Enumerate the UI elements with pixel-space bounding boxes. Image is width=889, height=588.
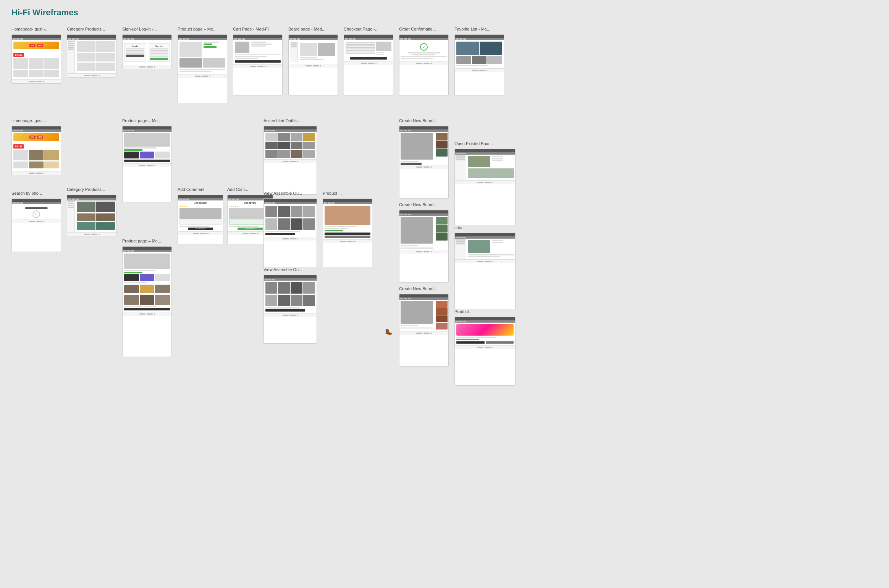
wireframe-favorite[interactable] — [454, 34, 504, 95]
frame-label: Product page – Me... — [122, 118, 161, 123]
wireframe-board[interactable] — [288, 34, 338, 95]
frame-label: Product page – Me... — [122, 239, 161, 243]
wireframe-category-2[interactable] — [67, 195, 116, 236]
frame-label: View Assemble Ou... — [263, 267, 302, 272]
wireframe-category-1[interactable] — [67, 34, 116, 78]
frame-label: Add Com... — [227, 187, 248, 192]
frame-label: Sign-up/ Log-in -... — [122, 27, 157, 31]
wireframe-product-3[interactable] — [122, 246, 172, 357]
wireframe-canvas: Homepage- gust -... 30% 40% SALE — [11, 27, 878, 370]
frame-group-product-2: Product page – Me... — [122, 118, 172, 202]
frame-group-add-comment-1: Add Comment ADD REVIEW ★★★★☆ ADD REVIEW — [178, 187, 223, 244]
wireframe-assembled[interactable] — [263, 126, 317, 195]
frame-group-view-assemble-1: View Assemble Ou... — [263, 191, 317, 267]
frame-label: Assembled Outfits... — [263, 118, 301, 123]
frame-group-checkout: Checkout Page -... — [344, 27, 393, 95]
frame-group-category-1: Category Products... — [67, 27, 116, 78]
wireframe-homepage-1[interactable]: 30% 40% SALE — [11, 34, 61, 84]
wireframe-view-assemble-1[interactable] — [263, 199, 317, 267]
frame-group-product-1: Product page – Me... — [178, 27, 227, 103]
frame-group-product-small: Product ... — [323, 191, 372, 267]
frame-group-category-2: Category Products... — [67, 187, 116, 236]
frame-group-signup: Sign-up/ Log-in -... Log In Sign Up — [122, 27, 172, 69]
frame-group-order-confirm: Order Confirmatio... ✓ — [399, 27, 449, 95]
frame-group-create-board-1: Create New Board... — [399, 118, 449, 199]
frame-label: Checkout Page -... — [344, 27, 378, 31]
wireframe-product-1[interactable] — [178, 34, 227, 103]
frame-label: Product ... — [323, 191, 342, 195]
frame-group-cata: cata... — [454, 225, 516, 309]
frame-group-open-board: Open Existed Boar... — [454, 141, 516, 225]
frame-group-assembled: Assembled Outfits... — [263, 118, 317, 195]
frame-label: Category Products... — [67, 187, 105, 192]
frame-group-view-assemble-2: View Assemble Ou... — [263, 267, 317, 344]
wireframe-create-board-2[interactable] — [399, 210, 449, 283]
frame-group-homepage-1: Homepage- gust -... 30% 40% SALE — [11, 27, 61, 84]
frame-group-product-3: Product page – Me... — [122, 239, 172, 357]
frame-label: Homepage- gust -... — [11, 27, 48, 31]
frame-label: Board page - Med... — [288, 27, 325, 31]
wireframe-cata[interactable] — [454, 233, 516, 309]
wireframe-order-confirm[interactable]: ✓ — [399, 34, 449, 95]
wireframe-view-assemble-2[interactable] — [263, 275, 317, 344]
frame-group-create-board-2: Create New Board... — [399, 202, 449, 283]
frame-group-search-photo: Search by pho... ↻ — [11, 191, 61, 252]
frame-label: Add Comment — [178, 187, 204, 192]
wireframe-signup[interactable]: Log In Sign Up — [122, 34, 172, 69]
frame-label: Create New Board... — [399, 202, 437, 207]
boot-icon: 🥾 — [385, 328, 393, 336]
wireframe-product-small[interactable] — [323, 199, 372, 267]
wireframe-product-2[interactable] — [122, 126, 172, 202]
wireframe-add-comment-1[interactable]: ADD REVIEW ★★★★☆ ADD REVIEW — [178, 195, 223, 244]
frame-label: cata... — [454, 225, 466, 230]
wireframe-open-board[interactable] — [454, 149, 516, 225]
frame-label: Homepage- gust -... — [11, 118, 48, 123]
page-title: Hi-Fi Wireframes — [11, 8, 878, 18]
frame-label: Product page – Me... — [178, 27, 217, 31]
wireframe-search-photo[interactable]: ↻ — [11, 199, 61, 252]
frame-group-cart: Cart Page - Med-Fi — [233, 27, 283, 95]
frame-group-board: Board page - Med... — [288, 27, 338, 95]
frame-group-product-bottom: Product ... — [454, 309, 516, 386]
wireframe-cart[interactable] — [233, 34, 283, 95]
frame-label: Open Existed Boar... — [454, 141, 493, 146]
frame-label: Search by pho... — [11, 191, 42, 195]
frame-group-create-board-3: Create New Board... — [399, 286, 449, 367]
frame-label: View Assemble Ou... — [263, 191, 302, 195]
wireframe-homepage-2[interactable]: 30% 40% SALE — [11, 126, 61, 175]
frame-label: Product ... — [454, 309, 474, 314]
frame-label: Favorite List - Me... — [454, 27, 490, 31]
frame-label: Category Products... — [67, 27, 105, 31]
frame-label: Order Confirmatio... — [399, 27, 436, 31]
wireframe-create-board-3[interactable] — [399, 294, 449, 367]
wireframe-create-board-1[interactable] — [399, 126, 449, 199]
frame-label: Cart Page - Med-Fi — [233, 27, 269, 31]
ellipsis-dots: ··· — [386, 323, 391, 327]
frame-group-favorite: Favorite List - Me... — [454, 27, 504, 95]
wireframe-product-bottom[interactable] — [454, 317, 516, 386]
frame-label: Create New Board... — [399, 286, 437, 291]
frame-label: Create New Board... — [399, 118, 437, 123]
frame-group-homepage-2: Homepage- gust -... 30% 40% SALE — [11, 118, 61, 175]
wireframe-checkout[interactable] — [344, 34, 393, 95]
